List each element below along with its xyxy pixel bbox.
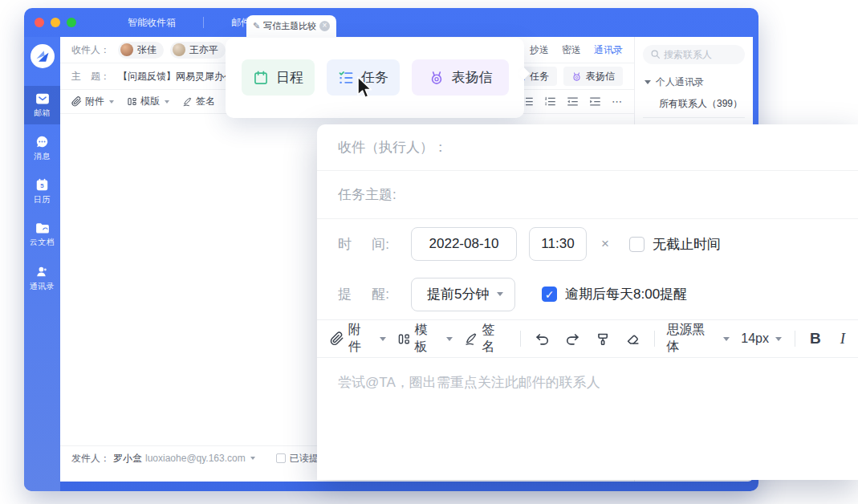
recipient-chip[interactable]: 张佳 — [118, 42, 164, 59]
sidebar-item-cloud-docs[interactable]: 云文档 — [24, 216, 60, 254]
attach-label: 附件 — [85, 95, 104, 108]
app-logo — [30, 44, 55, 68]
indent-icon[interactable] — [589, 96, 601, 107]
chevron-down-icon[interactable] — [250, 457, 255, 460]
chevron-down-icon — [109, 100, 114, 104]
sidebar-item-label: 日历 — [34, 194, 51, 205]
sidebar-item-messages[interactable]: 消息 — [24, 129, 60, 168]
medal-icon — [429, 70, 445, 86]
undo-icon — [535, 331, 550, 347]
chevron-down-icon — [497, 292, 503, 296]
template-button[interactable]: 模板 — [397, 322, 453, 356]
praise-chip-label: 表扬信 — [586, 70, 615, 83]
time-input[interactable]: 11:30 — [529, 227, 587, 261]
tab-label: 智能收件箱 — [128, 16, 176, 30]
no-deadline-checkbox[interactable] — [629, 237, 645, 252]
template-icon — [127, 96, 137, 107]
eraser-button[interactable] — [623, 331, 644, 347]
attach-button[interactable]: 附件 — [330, 322, 386, 356]
bold-button[interactable]: B — [810, 330, 821, 348]
remind-label: 提 醒: — [338, 285, 389, 303]
eraser-icon — [625, 331, 640, 347]
from-email: luoxiaohe@qy.163.com — [145, 453, 246, 464]
sidebar-item-label: 通讯录 — [30, 281, 55, 292]
sidebar-nav: 邮箱 消息 5 日历 — [24, 86, 60, 303]
ordered-list-icon[interactable] — [544, 96, 556, 107]
task-body-editor[interactable]: 尝试@TA，圈出需重点关注此邮件的联系人 — [317, 358, 858, 407]
overdue-remind-checkbox[interactable]: ✓ — [542, 287, 557, 302]
check-icon: ✓ — [545, 288, 555, 301]
redo-button[interactable] — [563, 331, 584, 347]
traffic-lights — [35, 18, 76, 27]
signature-button[interactable]: 签名 — [464, 322, 507, 356]
cc-link[interactable]: 抄送 — [530, 43, 549, 57]
undo-button[interactable] — [532, 331, 553, 347]
toolbar-divider — [795, 331, 795, 347]
outdent-icon[interactable] — [567, 96, 579, 107]
avatar — [173, 43, 185, 56]
zoom-window-button[interactable] — [67, 18, 76, 27]
sidebar-item-calendar[interactable]: 5 日历 — [24, 173, 60, 211]
chevron-down-icon — [446, 337, 453, 341]
font-family-select[interactable]: 思源黑体 — [666, 322, 730, 356]
mouse-cursor — [356, 76, 374, 100]
signature-button[interactable]: 签名 — [182, 95, 215, 108]
tab-compose-active[interactable]: ✎ 写信主题比较... × — [246, 15, 336, 37]
contacts-all-item[interactable]: 所有联系人（399） — [659, 97, 742, 111]
envelope-icon — [35, 92, 50, 105]
task-time-row: 时 间: 2022-08-10 11:30 × 无截止时间 — [317, 219, 858, 269]
attach-button[interactable]: 附件 — [71, 95, 114, 108]
praise-letter-button[interactable]: 表扬信 — [412, 59, 509, 96]
no-deadline-label: 无截止时间 — [653, 235, 721, 254]
sidebar-item-contacts[interactable]: 通讯录 — [24, 259, 60, 298]
assignee-label: 收件（执行人）： — [338, 138, 447, 156]
folder-icon — [35, 222, 50, 234]
sidebar-item-mail[interactable]: 邮箱 — [24, 86, 60, 124]
calendar-day-number: 5 — [40, 182, 44, 189]
clear-time-icon[interactable]: × — [601, 236, 609, 252]
minimize-window-button[interactable] — [51, 18, 60, 27]
contacts-group-personal[interactable]: 个人通讯录 — [645, 75, 704, 89]
more-icon[interactable]: ⋯ — [612, 96, 623, 108]
titlebar: 智能收件箱 邮件主题 ✎ 写信主题比较... × — [24, 8, 758, 37]
tab-close-icon[interactable]: × — [319, 21, 330, 31]
screenshot-canvas: 智能收件箱 邮件主题 ✎ 写信主题比较... × — [0, 0, 858, 504]
contacts-group-label: 个人通讯录 — [656, 75, 704, 89]
format-painter-button[interactable] — [592, 331, 613, 347]
read-receipt-checkbox[interactable] — [276, 453, 286, 463]
task-subject-label: 任务主题: — [338, 185, 396, 204]
attach-label: 附件 — [348, 322, 373, 356]
template-button[interactable]: 模版 — [127, 95, 169, 108]
template-label: 模板 — [415, 322, 440, 356]
chevron-down-icon — [775, 337, 782, 341]
praise-letter-chip[interactable]: 表扬信 — [563, 67, 623, 86]
time-label-a: 时 — [338, 235, 352, 254]
redo-icon — [565, 331, 580, 347]
time-label: 时 间: — [338, 235, 389, 254]
task-assignee-row[interactable]: 收件（执行人）： — [317, 124, 858, 171]
date-input[interactable]: 2022-08-10 — [411, 227, 517, 261]
insert-popup: 日程 任务 表扬信 — [226, 38, 524, 118]
recipient-chip[interactable]: 王亦平 — [170, 42, 226, 59]
sidebar-item-label: 消息 — [34, 151, 51, 162]
pencil-icon: ✎ — [253, 21, 260, 31]
triangle-down-icon — [645, 80, 651, 84]
tab-smart-inbox[interactable]: 智能收件箱 — [100, 8, 203, 37]
list-format-icons: ⋯ — [522, 96, 623, 108]
praise-button-label: 表扬信 — [452, 68, 493, 87]
close-window-button[interactable] — [35, 18, 44, 27]
body-placeholder: 尝试@TA，圈出需重点关注此邮件的联系人 — [338, 375, 600, 390]
pen-icon — [464, 331, 478, 346]
task-remind-row: 提 醒: 提前5分钟 ✓ 逾期后每天8:00提醒 — [317, 269, 858, 319]
remind-select[interactable]: 提前5分钟 — [411, 278, 515, 311]
task-subject-row[interactable]: 任务主题: — [317, 171, 858, 219]
font-size-select[interactable]: 14px — [741, 331, 782, 346]
search-icon — [650, 49, 661, 59]
italic-button[interactable]: I — [840, 330, 845, 348]
recipients-label: 收件人： — [71, 43, 110, 57]
schedule-button[interactable]: 日程 — [242, 59, 315, 96]
app-sidebar: 邮箱 消息 5 日历 — [24, 37, 60, 491]
contacts-link[interactable]: 通讯录 — [594, 43, 623, 57]
from-label: 发件人： — [71, 452, 110, 465]
bcc-link[interactable]: 密送 — [562, 43, 581, 57]
